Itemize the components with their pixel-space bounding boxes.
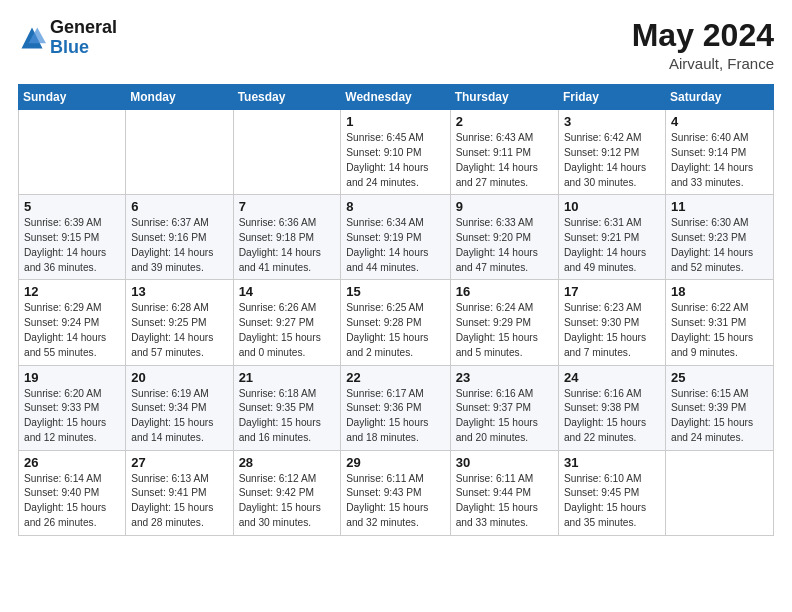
logo: General Blue	[18, 18, 117, 58]
day-number: 28	[239, 455, 336, 470]
logo-text: General Blue	[50, 18, 117, 58]
day-number: 26	[24, 455, 120, 470]
cell-w1-d5: 2Sunrise: 6:43 AM Sunset: 9:11 PM Daylig…	[450, 110, 558, 195]
day-number: 21	[239, 370, 336, 385]
cell-w2-d3: 7Sunrise: 6:36 AM Sunset: 9:18 PM Daylig…	[233, 195, 341, 280]
day-number: 19	[24, 370, 120, 385]
day-info: Sunrise: 6:31 AM Sunset: 9:21 PM Dayligh…	[564, 216, 660, 275]
col-wednesday: Wednesday	[341, 85, 450, 110]
location: Airvault, France	[632, 55, 774, 72]
day-info: Sunrise: 6:12 AM Sunset: 9:42 PM Dayligh…	[239, 472, 336, 531]
day-number: 5	[24, 199, 120, 214]
day-info: Sunrise: 6:40 AM Sunset: 9:14 PM Dayligh…	[671, 131, 768, 190]
day-number: 16	[456, 284, 553, 299]
cell-w1-d6: 3Sunrise: 6:42 AM Sunset: 9:12 PM Daylig…	[558, 110, 665, 195]
cell-w5-d1: 26Sunrise: 6:14 AM Sunset: 9:40 PM Dayli…	[19, 450, 126, 535]
cell-w5-d2: 27Sunrise: 6:13 AM Sunset: 9:41 PM Dayli…	[126, 450, 233, 535]
cell-w2-d6: 10Sunrise: 6:31 AM Sunset: 9:21 PM Dayli…	[558, 195, 665, 280]
cell-w1-d3	[233, 110, 341, 195]
day-info: Sunrise: 6:11 AM Sunset: 9:44 PM Dayligh…	[456, 472, 553, 531]
cell-w1-d2	[126, 110, 233, 195]
day-info: Sunrise: 6:45 AM Sunset: 9:10 PM Dayligh…	[346, 131, 444, 190]
col-monday: Monday	[126, 85, 233, 110]
day-info: Sunrise: 6:34 AM Sunset: 9:19 PM Dayligh…	[346, 216, 444, 275]
col-thursday: Thursday	[450, 85, 558, 110]
cell-w1-d7: 4Sunrise: 6:40 AM Sunset: 9:14 PM Daylig…	[665, 110, 773, 195]
day-info: Sunrise: 6:29 AM Sunset: 9:24 PM Dayligh…	[24, 301, 120, 360]
day-info: Sunrise: 6:36 AM Sunset: 9:18 PM Dayligh…	[239, 216, 336, 275]
day-number: 11	[671, 199, 768, 214]
day-info: Sunrise: 6:33 AM Sunset: 9:20 PM Dayligh…	[456, 216, 553, 275]
title-block: May 2024 Airvault, France	[632, 18, 774, 72]
week-row-3: 12Sunrise: 6:29 AM Sunset: 9:24 PM Dayli…	[19, 280, 774, 365]
day-number: 31	[564, 455, 660, 470]
day-number: 1	[346, 114, 444, 129]
cell-w5-d5: 30Sunrise: 6:11 AM Sunset: 9:44 PM Dayli…	[450, 450, 558, 535]
week-row-4: 19Sunrise: 6:20 AM Sunset: 9:33 PM Dayli…	[19, 365, 774, 450]
week-row-5: 26Sunrise: 6:14 AM Sunset: 9:40 PM Dayli…	[19, 450, 774, 535]
day-number: 2	[456, 114, 553, 129]
page: General Blue May 2024 Airvault, France S…	[0, 0, 792, 612]
cell-w5-d4: 29Sunrise: 6:11 AM Sunset: 9:43 PM Dayli…	[341, 450, 450, 535]
cell-w4-d5: 23Sunrise: 6:16 AM Sunset: 9:37 PM Dayli…	[450, 365, 558, 450]
cell-w3-d3: 14Sunrise: 6:26 AM Sunset: 9:27 PM Dayli…	[233, 280, 341, 365]
day-number: 27	[131, 455, 227, 470]
col-sunday: Sunday	[19, 85, 126, 110]
cell-w4-d1: 19Sunrise: 6:20 AM Sunset: 9:33 PM Dayli…	[19, 365, 126, 450]
cell-w4-d6: 24Sunrise: 6:16 AM Sunset: 9:38 PM Dayli…	[558, 365, 665, 450]
week-row-1: 1Sunrise: 6:45 AM Sunset: 9:10 PM Daylig…	[19, 110, 774, 195]
logo-blue: Blue	[50, 38, 117, 58]
day-number: 30	[456, 455, 553, 470]
cell-w2-d4: 8Sunrise: 6:34 AM Sunset: 9:19 PM Daylig…	[341, 195, 450, 280]
cell-w2-d1: 5Sunrise: 6:39 AM Sunset: 9:15 PM Daylig…	[19, 195, 126, 280]
day-number: 23	[456, 370, 553, 385]
cell-w1-d4: 1Sunrise: 6:45 AM Sunset: 9:10 PM Daylig…	[341, 110, 450, 195]
day-info: Sunrise: 6:18 AM Sunset: 9:35 PM Dayligh…	[239, 387, 336, 446]
day-number: 15	[346, 284, 444, 299]
cell-w5-d6: 31Sunrise: 6:10 AM Sunset: 9:45 PM Dayli…	[558, 450, 665, 535]
day-info: Sunrise: 6:20 AM Sunset: 9:33 PM Dayligh…	[24, 387, 120, 446]
day-info: Sunrise: 6:14 AM Sunset: 9:40 PM Dayligh…	[24, 472, 120, 531]
day-info: Sunrise: 6:37 AM Sunset: 9:16 PM Dayligh…	[131, 216, 227, 275]
day-info: Sunrise: 6:43 AM Sunset: 9:11 PM Dayligh…	[456, 131, 553, 190]
col-tuesday: Tuesday	[233, 85, 341, 110]
cell-w3-d7: 18Sunrise: 6:22 AM Sunset: 9:31 PM Dayli…	[665, 280, 773, 365]
day-info: Sunrise: 6:16 AM Sunset: 9:37 PM Dayligh…	[456, 387, 553, 446]
calendar: Sunday Monday Tuesday Wednesday Thursday…	[18, 84, 774, 536]
calendar-header-row: Sunday Monday Tuesday Wednesday Thursday…	[19, 85, 774, 110]
day-number: 7	[239, 199, 336, 214]
day-info: Sunrise: 6:23 AM Sunset: 9:30 PM Dayligh…	[564, 301, 660, 360]
day-info: Sunrise: 6:28 AM Sunset: 9:25 PM Dayligh…	[131, 301, 227, 360]
cell-w3-d6: 17Sunrise: 6:23 AM Sunset: 9:30 PM Dayli…	[558, 280, 665, 365]
day-info: Sunrise: 6:30 AM Sunset: 9:23 PM Dayligh…	[671, 216, 768, 275]
cell-w3-d4: 15Sunrise: 6:25 AM Sunset: 9:28 PM Dayli…	[341, 280, 450, 365]
day-number: 18	[671, 284, 768, 299]
cell-w3-d5: 16Sunrise: 6:24 AM Sunset: 9:29 PM Dayli…	[450, 280, 558, 365]
col-friday: Friday	[558, 85, 665, 110]
day-number: 13	[131, 284, 227, 299]
day-info: Sunrise: 6:17 AM Sunset: 9:36 PM Dayligh…	[346, 387, 444, 446]
day-info: Sunrise: 6:24 AM Sunset: 9:29 PM Dayligh…	[456, 301, 553, 360]
cell-w1-d1	[19, 110, 126, 195]
cell-w4-d4: 22Sunrise: 6:17 AM Sunset: 9:36 PM Dayli…	[341, 365, 450, 450]
cell-w4-d2: 20Sunrise: 6:19 AM Sunset: 9:34 PM Dayli…	[126, 365, 233, 450]
day-info: Sunrise: 6:19 AM Sunset: 9:34 PM Dayligh…	[131, 387, 227, 446]
month-title: May 2024	[632, 18, 774, 53]
day-number: 14	[239, 284, 336, 299]
day-info: Sunrise: 6:11 AM Sunset: 9:43 PM Dayligh…	[346, 472, 444, 531]
cell-w3-d1: 12Sunrise: 6:29 AM Sunset: 9:24 PM Dayli…	[19, 280, 126, 365]
day-info: Sunrise: 6:22 AM Sunset: 9:31 PM Dayligh…	[671, 301, 768, 360]
cell-w2-d2: 6Sunrise: 6:37 AM Sunset: 9:16 PM Daylig…	[126, 195, 233, 280]
header: General Blue May 2024 Airvault, France	[18, 18, 774, 72]
day-number: 20	[131, 370, 227, 385]
cell-w3-d2: 13Sunrise: 6:28 AM Sunset: 9:25 PM Dayli…	[126, 280, 233, 365]
cell-w2-d5: 9Sunrise: 6:33 AM Sunset: 9:20 PM Daylig…	[450, 195, 558, 280]
day-info: Sunrise: 6:25 AM Sunset: 9:28 PM Dayligh…	[346, 301, 444, 360]
logo-general: General	[50, 18, 117, 38]
day-info: Sunrise: 6:13 AM Sunset: 9:41 PM Dayligh…	[131, 472, 227, 531]
day-info: Sunrise: 6:39 AM Sunset: 9:15 PM Dayligh…	[24, 216, 120, 275]
cell-w4-d7: 25Sunrise: 6:15 AM Sunset: 9:39 PM Dayli…	[665, 365, 773, 450]
day-number: 4	[671, 114, 768, 129]
day-number: 29	[346, 455, 444, 470]
day-number: 12	[24, 284, 120, 299]
